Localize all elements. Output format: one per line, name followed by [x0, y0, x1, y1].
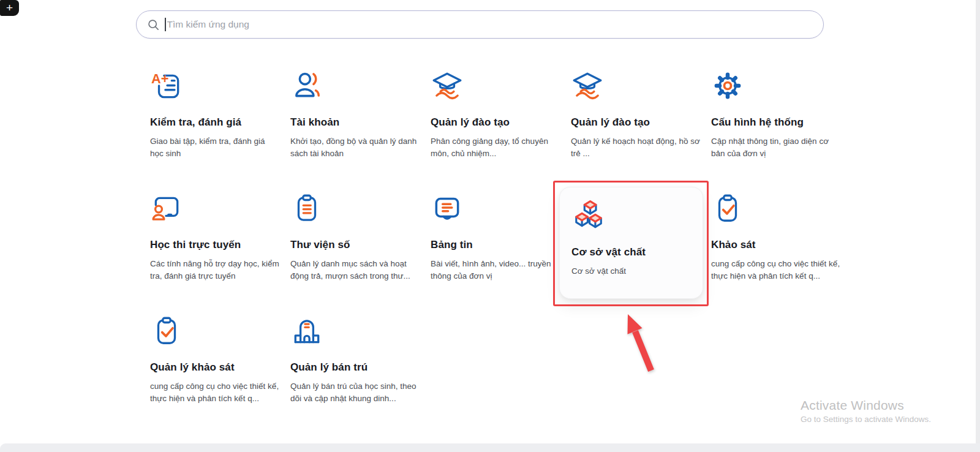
boarding-school-icon [290, 314, 323, 347]
app-tile-khao-sat[interactable]: Khảo sát cung cấp công cụ cho việc thiết… [711, 184, 841, 306]
app-tile-cau-hinh-he-thong[interactable]: Cấu hình hệ thống Cập nhật thông tin, gi… [711, 61, 841, 184]
tile-title: Quản lý bán trú [290, 361, 420, 374]
library-clipboard-icon [290, 192, 323, 225]
tile-description: Cập nhật thông tin, giao diện cơ bản của… [711, 135, 841, 160]
tile-description: Khởi tạo, đồng bộ và quản lý danh sách t… [290, 135, 420, 160]
app-tile-quan-ly-ban-tru[interactable]: Quản lý bán trú Quản lý bán trú của học … [290, 306, 420, 429]
user-account-icon [290, 69, 323, 102]
tile-description: Quản lý bán trú của học sinh, theo dõi v… [290, 380, 420, 405]
exam-document-icon [150, 69, 183, 102]
tile-description: Quản lý kế hoạch hoạt động, hồ sơ trẻ ..… [571, 135, 701, 160]
app-tile-quan-ly-dao-tao-1[interactable]: Quản lý đào tạo Phân công giảng dạy, tổ … [431, 61, 560, 184]
survey-check-icon [150, 314, 183, 347]
text-caret [165, 18, 166, 31]
tile-title: Bảng tin [431, 239, 560, 251]
search-bar[interactable] [136, 10, 824, 39]
graduation-cap-icon [571, 69, 604, 102]
search-icon [148, 19, 159, 31]
tile-description: Phân công giảng dạy, tổ chuyên môn, chủ … [431, 135, 560, 160]
tile-title: Tài khoản [290, 116, 420, 129]
app-tile-tai-khoan[interactable]: Tài khoản Khởi tạo, đồng bộ và quản lý d… [290, 61, 420, 184]
app-tile-thu-vien-so[interactable]: Thư viện số Quản lý danh mục sách và hoạ… [290, 184, 420, 306]
activate-windows-watermark: Activate Windows Go to Settings to activ… [801, 398, 931, 424]
news-board-icon [431, 192, 464, 225]
tile-title: Quản lý khảo sát [150, 361, 280, 374]
search-input[interactable] [167, 19, 813, 30]
app-tile-bang-tin[interactable]: Bảng tin Bài viết, hình ảnh, video... tr… [431, 184, 560, 306]
tile-description: Giao bài tập, kiểm tra, đánh giá học sin… [150, 135, 280, 160]
tile-title: Cấu hình hệ thống [711, 116, 841, 129]
tile-title: Thư viện số [290, 239, 420, 251]
scrollbar-track[interactable] [976, 0, 980, 443]
tile-title: Cơ sở vật chất [571, 246, 701, 258]
app-grid: Kiểm tra, đánh giá Giao bài tập, kiểm tr… [150, 61, 851, 429]
watermark-subtitle: Go to Settings to activate Windows. [801, 415, 931, 424]
online-class-icon [150, 192, 183, 225]
tile-description: cung cấp công cụ cho việc thiết kế, thực… [711, 258, 841, 283]
tile-description: cung cấp công cụ cho việc thiết kế, thực… [150, 380, 280, 405]
app-tile-quan-ly-khao-sat[interactable]: Quản lý khảo sát cung cấp công cụ cho vi… [150, 306, 280, 429]
tile-title: Quản lý đào tạo [571, 116, 701, 129]
app-tile-co-so-vat-chat[interactable]: Cơ sở vật chất Cơ sở vật chất [571, 184, 701, 306]
survey-check-icon [711, 192, 744, 225]
tile-description: Bài viết, hình ảnh, video... truyền thôn… [431, 258, 560, 283]
tile-description: Các tính năng hỗ trợ dạy học, kiểm tra, … [150, 258, 280, 283]
tile-description: Cơ sở vật chất [571, 265, 701, 277]
tile-title: Khảo sát [711, 239, 841, 251]
bottom-edge-bar [0, 443, 980, 452]
tile-title: Học thi trực tuyến [150, 239, 280, 251]
tile-description: Quản lý danh mục sách và hoạt động trả, … [290, 258, 420, 283]
graduation-cap-icon [431, 69, 464, 102]
app-tile-hoc-thi-truc-tuyen[interactable]: Học thi trực tuyến Các tính năng hỗ trợ … [150, 184, 280, 306]
add-overlay-button[interactable]: + [0, 0, 19, 16]
watermark-title: Activate Windows [801, 398, 931, 413]
gear-icon [711, 69, 744, 102]
tile-title: Quản lý đào tạo [431, 116, 560, 129]
app-tile-kiem-tra-danh-gia[interactable]: Kiểm tra, đánh giá Giao bài tập, kiểm tr… [150, 61, 280, 184]
cubes-icon [571, 199, 605, 232]
tile-title: Kiểm tra, đánh giá [150, 116, 280, 129]
app-tile-quan-ly-dao-tao-2[interactable]: Quản lý đào tạo Quản lý kế hoạch hoạt độ… [571, 61, 701, 184]
